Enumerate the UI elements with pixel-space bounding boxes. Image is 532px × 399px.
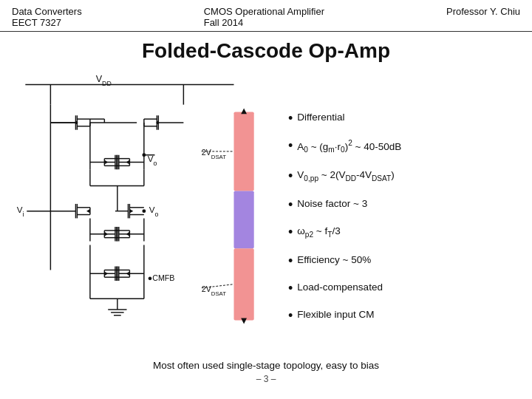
bullet-text: Load-compensated xyxy=(297,281,383,295)
bullet-gain: • A0 ~ (gm·r0)2 ~ 40-50dB xyxy=(288,138,517,155)
footer-text: Most often used single-stage topology, e… xyxy=(0,357,532,372)
bullet-icon: • xyxy=(288,309,293,322)
svg-text:Vi: Vi xyxy=(17,205,24,218)
bullet-efficiency: • Efficiency ~ 50% xyxy=(288,253,517,267)
bullet-noise: • Noise factor ~ 3 xyxy=(288,197,517,211)
bullet-text: Flexible input CM xyxy=(297,308,374,322)
bullet-list: • Differential • A0 ~ (gm·r0)2 ~ 40-50dB… xyxy=(273,69,525,357)
bullet-voltage: • V0,pp ~ 2(VDD-4VDSAT) xyxy=(288,168,517,184)
bullet-icon: • xyxy=(288,282,293,295)
svg-text:Vo: Vo xyxy=(148,154,157,167)
page-number: – 3 – xyxy=(0,372,532,384)
bullet-differential: • Differential xyxy=(288,111,517,125)
svg-point-19 xyxy=(156,121,159,124)
page-header: Data Converters EECT 7327 CMOS Operation… xyxy=(0,0,532,32)
bullet-icon: • xyxy=(288,254,293,267)
svg-point-62 xyxy=(142,209,146,213)
svg-rect-103 xyxy=(233,112,253,191)
title-section: Folded-Cascode Op-Amp xyxy=(0,32,532,69)
bullet-icon: • xyxy=(288,225,293,239)
bullet-text: A0 ~ (gm·r0)2 ~ 40-50dB xyxy=(297,138,401,155)
bullet-icon: • xyxy=(288,198,293,211)
svg-rect-104 xyxy=(233,191,253,248)
header-center: CMOS Operational Amplifier Fall 2014 xyxy=(204,6,324,28)
svg-marker-94 xyxy=(104,271,108,276)
bullet-text: V0,pp ~ 2(VDD-4VDSAT) xyxy=(297,168,394,184)
svg-marker-50 xyxy=(86,209,90,214)
bullet-load: • Load-compensated xyxy=(288,281,517,295)
svg-text:●CMFB: ●CMFB xyxy=(148,273,175,282)
svg-marker-78 xyxy=(104,232,108,236)
svg-marker-109 xyxy=(241,318,247,324)
svg-text:2VDSAT: 2VDSAT xyxy=(202,148,226,160)
svg-point-41 xyxy=(142,153,146,157)
svg-rect-105 xyxy=(233,248,253,320)
svg-marker-56 xyxy=(129,209,133,214)
svg-marker-38 xyxy=(104,160,108,165)
bullet-text: Differential xyxy=(297,111,344,125)
content-area: VDD xyxy=(0,69,532,357)
page-title: Folded-Cascode Op-Amp xyxy=(142,39,390,62)
bullet-text: Noise factor ~ 3 xyxy=(297,197,367,211)
svg-text:2VDSAT: 2VDSAT xyxy=(202,284,226,296)
svg-marker-107 xyxy=(241,109,247,115)
header-right: Professor Y. Chiu xyxy=(446,6,520,28)
bullet-icon: • xyxy=(288,169,293,183)
bullet-input-cm: • Flexible input CM xyxy=(288,308,517,322)
circuit-diagram: VDD xyxy=(7,69,273,357)
bullet-icon: • xyxy=(288,112,293,125)
bullet-pole: • ωp2 ~ fT/3 xyxy=(288,225,517,240)
header-left: Data Converters EECT 7327 xyxy=(12,6,82,28)
bullet-text: ωp2 ~ fT/3 xyxy=(297,225,340,240)
svg-text:Vo: Vo xyxy=(149,205,159,218)
bullet-icon: • xyxy=(288,139,293,152)
bullet-text: Efficiency ~ 50% xyxy=(297,253,371,267)
